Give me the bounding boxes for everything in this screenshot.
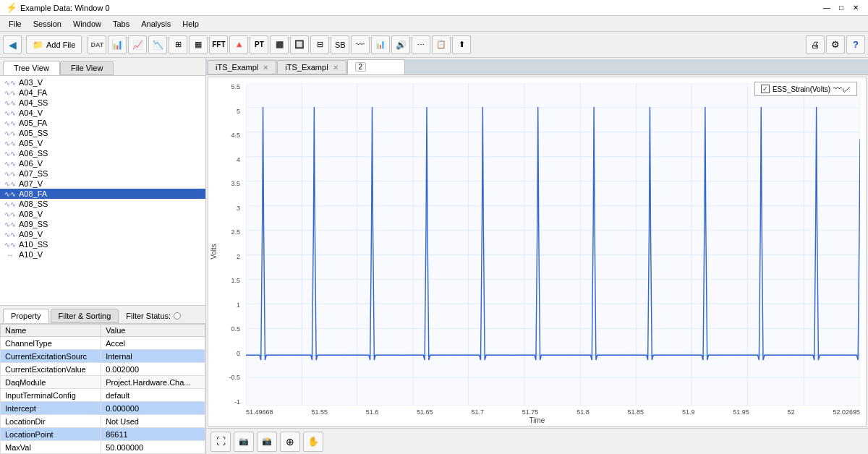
table-row[interactable]: MaxVal50.000000 (1, 441, 205, 454)
property-name: CurrentExcitationValue (1, 363, 101, 376)
menu-bar: File Session Window Tabs Analysis Help (0, 16, 868, 32)
chart-tab-close-1[interactable]: ✕ (263, 64, 268, 72)
filter-radio[interactable] (174, 312, 181, 320)
tree-item-A10_SS[interactable]: ∿∿ A10_SS (0, 239, 205, 249)
tree-item-A10_V[interactable]: ↔ A10_V (0, 249, 205, 260)
menu-window[interactable]: Window (67, 18, 107, 30)
toolbar-btn-15[interactable]: 📊 (371, 35, 390, 54)
view-tabs: Tree View File View (0, 58, 205, 76)
crosshair-button[interactable]: ⊕ (280, 432, 300, 452)
toolbar-btn-14[interactable]: 〰 (351, 35, 370, 54)
toolbar-btn-7[interactable]: FFT (209, 35, 228, 54)
toolbar-btn-2[interactable]: 📊 (108, 35, 127, 54)
chart-tab-close-2[interactable]: ✕ (333, 64, 339, 72)
signal-icon: ∿∿ (4, 109, 16, 117)
tree-item-A05_V[interactable]: ∿∿ A05_V (0, 138, 205, 148)
back-button[interactable]: ◀ (3, 35, 22, 54)
toolbar-btn-8[interactable]: 🔺 (229, 35, 248, 54)
x-axis-ticks: 51.49668 51.55 51.6 51.65 51.7 51.75 51.… (246, 408, 860, 416)
menu-file[interactable]: File (3, 18, 27, 30)
table-row[interactable]: ChannelTypeAccel (1, 337, 205, 350)
help-button[interactable]: ? (846, 35, 865, 54)
bottom-panel: Property Filter & Sorting Filter Status:… (0, 305, 205, 454)
menu-analysis[interactable]: Analysis (135, 18, 176, 30)
toolbar-btn-13[interactable]: SB (331, 35, 349, 54)
chart-tab-3[interactable]: 2 (347, 59, 405, 74)
tree-item-A06_SS[interactable]: ∿∿ A06_SS (0, 148, 205, 158)
table-row[interactable]: InputTerminalConfigdefault (1, 389, 205, 402)
table-row[interactable]: DaqModuleProject.Hardware.Cha... (1, 376, 205, 389)
property-name: MaxVal (1, 441, 101, 454)
signal-icon: ∿∿ (4, 190, 16, 198)
right-panel: iTS_Exampl ✕ iTS_Exampl ✕ 2 Volts 5.5 5 (206, 58, 868, 454)
signal-icon: ∿∿ (4, 210, 16, 218)
maximize-button[interactable]: □ (835, 2, 848, 14)
table-row[interactable]: Intercept0.000000 (1, 402, 205, 415)
toolbar-btn-19[interactable]: ⬆ (452, 35, 471, 54)
tree-item-A07_V[interactable]: ∿∿ A07_V (0, 179, 205, 189)
toolbar-btn-5[interactable]: ⊞ (169, 35, 187, 54)
tab-file-view[interactable]: File View (60, 61, 114, 75)
tree-list[interactable]: ∿∿ A03_V ∿∿ A04_FA ∿∿ A04_SS ∿∿ A04_V ∿∿… (0, 76, 205, 305)
toolbar-btn-1[interactable]: DAT (88, 35, 106, 54)
chart-tab-1[interactable]: iTS_Exampl ✕ (208, 60, 276, 74)
tree-item-A09_SS[interactable]: ∿∿ A09_SS (0, 219, 205, 229)
table-row[interactable]: LocationPoint86611 (1, 428, 205, 441)
signal-icon: ∿∿ (4, 180, 16, 188)
property-name: InputTerminalConfig (1, 389, 101, 402)
property-value: Accel (101, 337, 205, 350)
tree-item-A07_SS[interactable]: ∿∿ A07_SS (0, 168, 205, 179)
tree-item-A04_FA[interactable]: ∿∿ A04_FA (0, 87, 205, 98)
property-value: 0.000000 (101, 402, 205, 415)
menu-tabs[interactable]: Tabs (107, 18, 135, 30)
tree-item-A03_V[interactable]: ∿∿ A03_V (0, 77, 205, 87)
chart-svg (246, 83, 860, 406)
table-row[interactable]: CurrentExcitationValue0.002000 (1, 363, 205, 376)
add-file-button[interactable]: 📁 Add File (26, 35, 82, 54)
toolbar-btn-6[interactable]: ▦ (189, 35, 208, 54)
chart-tabs: iTS_Exampl ✕ iTS_Exampl ✕ 2 (206, 59, 868, 75)
toolbar-btn-11[interactable]: 🔲 (290, 35, 309, 54)
tree-item-A08_SS[interactable]: ∿∿ A08_SS (0, 199, 205, 209)
tab-filter-sorting[interactable]: Filter & Sorting (51, 309, 119, 323)
print-button[interactable]: 🖨 (806, 35, 825, 54)
property-table-scroll[interactable]: Name Value ChannelTypeAccelCurrentExcita… (0, 324, 205, 454)
tab-tree-view[interactable]: Tree View (3, 61, 60, 75)
signal-icon: ∿∿ (4, 119, 16, 127)
property-name: LocationDir (1, 415, 101, 428)
tree-item-A04_SS[interactable]: ∿∿ A04_SS (0, 98, 205, 108)
menu-session[interactable]: Session (27, 18, 67, 30)
table-row[interactable]: CurrentExcitationSourcInternal (1, 350, 205, 363)
table-row[interactable]: LocationDirNot Used (1, 415, 205, 428)
chart-tab-2[interactable]: iTS_Exampl ✕ (277, 60, 346, 74)
signal-icon: ∿∿ (4, 99, 16, 107)
toolbar-btn-3[interactable]: 📈 (128, 35, 147, 54)
tree-item-A05_FA[interactable]: ∿∿ A05_FA (0, 118, 205, 128)
legend-checkbox[interactable]: ✓ (761, 85, 770, 93)
legend-waveform-icon: 〰✓ (833, 84, 851, 94)
zoom-fit-button[interactable]: ⛶ (210, 432, 231, 452)
toolbar-btn-18[interactable]: 📋 (432, 35, 451, 54)
toolbar-btn-10[interactable]: ⬛ (270, 35, 289, 54)
settings-button[interactable]: ⚙ (826, 35, 845, 54)
toolbar-btn-9[interactable]: PT (250, 35, 268, 54)
signal-icon: ∿∿ (4, 79, 16, 87)
tree-item-A04_V[interactable]: ∿∿ A04_V (0, 108, 205, 118)
minimize-button[interactable]: — (820, 2, 833, 14)
toolbar-btn-4[interactable]: 📉 (148, 35, 167, 54)
tree-item-A08_V[interactable]: ∿∿ A08_V (0, 209, 205, 219)
snapshot-button[interactable]: 📸 (257, 432, 277, 452)
screenshot-button[interactable]: 📷 (234, 432, 254, 452)
tree-item-A09_V[interactable]: ∿∿ A09_V (0, 229, 205, 239)
toolbar-btn-17[interactable]: ⋯ (412, 35, 430, 54)
toolbar-btn-12[interactable]: ⊟ (310, 35, 329, 54)
menu-help[interactable]: Help (176, 18, 205, 30)
tree-item-A08_FA[interactable]: ∿∿ A08_FA (0, 189, 205, 199)
tree-item-A05_SS[interactable]: ∿∿ A05_SS (0, 128, 205, 138)
pan-button[interactable]: ✋ (303, 432, 323, 452)
toolbar-btn-16[interactable]: 🔊 (391, 35, 410, 54)
close-button[interactable]: ✕ (849, 2, 862, 14)
tab-property[interactable]: Property (3, 309, 49, 323)
svg-rect-0 (246, 83, 860, 406)
tree-item-A06_V[interactable]: ∿∿ A06_V (0, 158, 205, 168)
